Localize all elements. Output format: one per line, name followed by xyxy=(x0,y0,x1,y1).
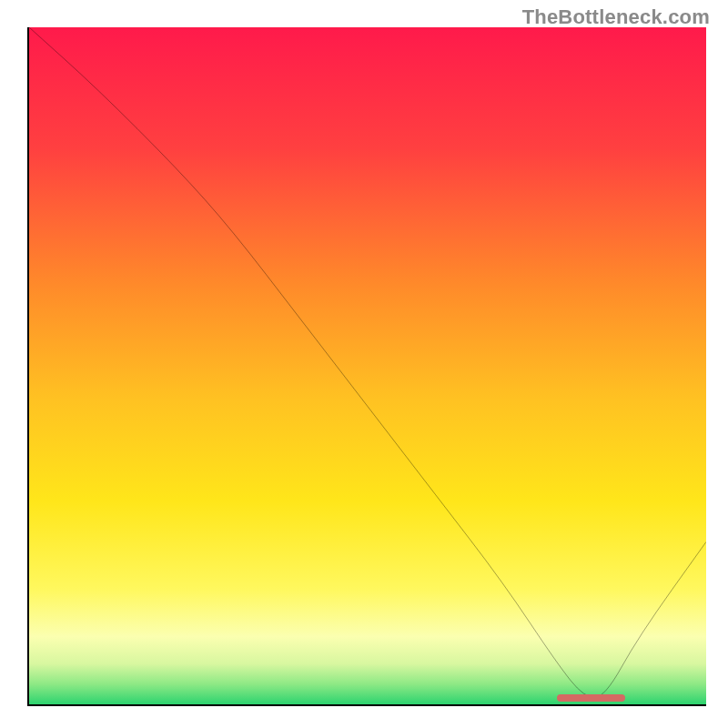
optimum-range-marker xyxy=(557,694,624,702)
bottleneck-curve xyxy=(29,27,706,704)
plot-area xyxy=(27,27,706,706)
chart-frame: TheBottleneck.com xyxy=(0,0,728,728)
watermark-text: TheBottleneck.com xyxy=(522,5,710,29)
